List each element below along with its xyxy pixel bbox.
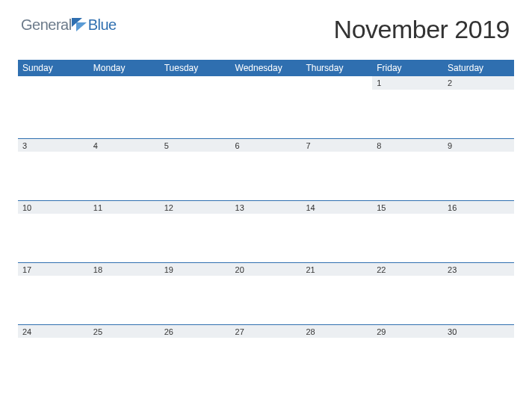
logo-text-blue: Blue (88, 16, 117, 34)
date-number: 8 (372, 138, 443, 152)
calendar-body: 1234567891011121314151617181920212223242… (18, 76, 514, 386)
date-number: 11 (89, 200, 160, 214)
calendar-cell: 4 (89, 138, 160, 200)
day-header: Wednesday (231, 60, 302, 76)
calendar-cell: 9 (443, 138, 514, 200)
calendar-cell: 8 (372, 138, 443, 200)
date-number: 3 (18, 138, 89, 152)
header: General Blue November 2019 (0, 0, 532, 60)
calendar-week-row: 3456789 (18, 138, 514, 200)
calendar-cell: 1 (372, 76, 443, 138)
calendar-cell: 26 (160, 324, 231, 386)
page-title: November 2019 (334, 15, 510, 44)
calendar-cell: 3 (18, 138, 89, 200)
day-header: Sunday (18, 60, 89, 76)
date-number: 7 (301, 138, 372, 152)
date-number: 9 (443, 138, 514, 152)
date-number: 28 (301, 324, 372, 338)
date-number: 16 (443, 200, 514, 214)
calendar-table: Sunday Monday Tuesday Wednesday Thursday… (18, 60, 514, 386)
calendar-cell: 5 (160, 138, 231, 200)
calendar-cell: 20 (231, 262, 302, 324)
date-number: 4 (89, 138, 160, 152)
calendar-cell: 29 (372, 324, 443, 386)
day-header-row: Sunday Monday Tuesday Wednesday Thursday… (18, 60, 514, 76)
date-number: 12 (160, 200, 231, 214)
date-number: 18 (89, 262, 160, 276)
day-header: Thursday (301, 60, 372, 76)
date-number: 26 (160, 324, 231, 338)
date-number: 25 (89, 324, 160, 338)
calendar-cell: 21 (301, 262, 372, 324)
logo-text-general: General (21, 16, 72, 34)
calendar-cell (301, 76, 372, 138)
date-number: 10 (18, 200, 89, 214)
calendar-cell (160, 76, 231, 138)
calendar-week-row: 10111213141516 (18, 200, 514, 262)
calendar-cell: 6 (231, 138, 302, 200)
date-number: 29 (372, 324, 443, 338)
calendar-cell (89, 76, 160, 138)
date-number: 24 (18, 324, 89, 338)
date-number: 21 (301, 262, 372, 276)
calendar-cell: 7 (301, 138, 372, 200)
calendar-cell: 16 (443, 200, 514, 262)
date-number (18, 76, 89, 90)
calendar-cell: 24 (18, 324, 89, 386)
date-number: 1 (372, 76, 443, 90)
calendar-cell: 13 (231, 200, 302, 262)
date-number: 6 (231, 138, 302, 152)
date-number: 22 (372, 262, 443, 276)
logo: General Blue (21, 16, 117, 34)
calendar-cell (231, 76, 302, 138)
date-number: 2 (443, 76, 514, 90)
day-header: Friday (372, 60, 443, 76)
day-header: Saturday (443, 60, 514, 76)
calendar-cell: 15 (372, 200, 443, 262)
calendar-cell: 14 (301, 200, 372, 262)
calendar-week-row: 24252627282930 (18, 324, 514, 386)
calendar-cell: 11 (89, 200, 160, 262)
date-number (89, 76, 160, 90)
date-number: 14 (301, 200, 372, 214)
date-number: 5 (160, 138, 231, 152)
calendar-cell: 2 (443, 76, 514, 138)
date-number: 17 (18, 262, 89, 276)
date-number: 15 (372, 200, 443, 214)
date-number: 20 (231, 262, 302, 276)
calendar-cell: 25 (89, 324, 160, 386)
calendar-cell: 12 (160, 200, 231, 262)
calendar-cell: 19 (160, 262, 231, 324)
date-number: 23 (443, 262, 514, 276)
logo-mark-icon (72, 18, 87, 31)
date-number: 13 (231, 200, 302, 214)
calendar-week-row: 12 (18, 76, 514, 138)
date-number: 19 (160, 262, 231, 276)
date-number: 30 (443, 324, 514, 338)
calendar-cell (18, 76, 89, 138)
calendar-cell: 22 (372, 262, 443, 324)
day-header: Monday (89, 60, 160, 76)
calendar-cell: 28 (301, 324, 372, 386)
date-number (301, 76, 372, 90)
date-number (231, 76, 302, 90)
calendar-cell: 10 (18, 200, 89, 262)
calendar-cell: 30 (443, 324, 514, 386)
calendar-cell: 27 (231, 324, 302, 386)
date-number (160, 76, 231, 90)
calendar-week-row: 17181920212223 (18, 262, 514, 324)
calendar-cell: 23 (443, 262, 514, 324)
calendar-cell: 18 (89, 262, 160, 324)
calendar: Sunday Monday Tuesday Wednesday Thursday… (0, 60, 532, 386)
calendar-cell: 17 (18, 262, 89, 324)
date-number: 27 (231, 324, 302, 338)
day-header: Tuesday (160, 60, 231, 76)
